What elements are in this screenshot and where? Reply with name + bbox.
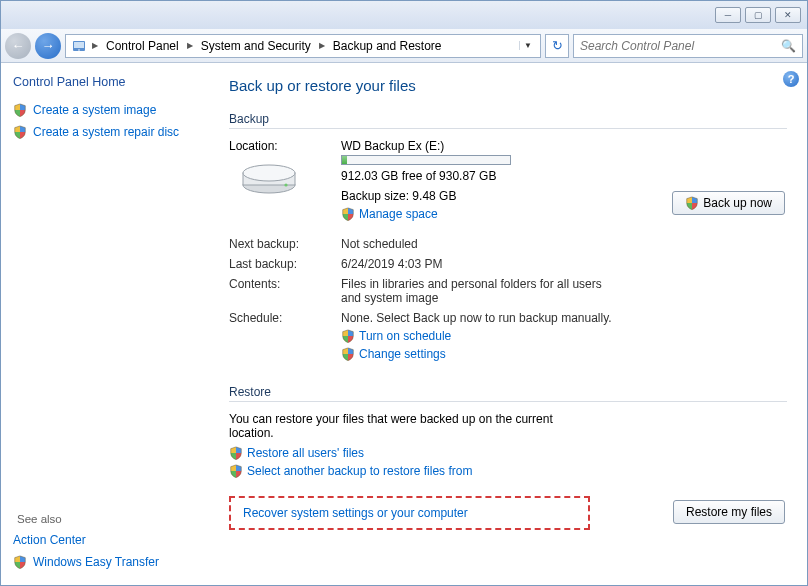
close-button[interactable]: ✕ xyxy=(775,7,801,23)
next-backup-value: Not scheduled xyxy=(341,237,621,251)
control-panel-icon xyxy=(70,37,88,55)
shield-icon xyxy=(341,329,355,343)
shield-icon xyxy=(13,555,27,569)
chevron-right-icon: ▶ xyxy=(185,41,195,50)
easy-transfer-link[interactable]: Windows Easy Transfer xyxy=(13,555,203,569)
backup-now-button[interactable]: Back up now xyxy=(672,191,785,215)
main-panel: ? Back up or restore your files Backup L… xyxy=(211,63,807,585)
restore-my-files-button[interactable]: Restore my files xyxy=(673,500,785,524)
btn-label: Restore my files xyxy=(686,505,772,519)
select-another-backup-link[interactable]: Select another backup to restore files f… xyxy=(247,464,472,478)
shield-icon xyxy=(685,196,699,210)
btn-label: Back up now xyxy=(703,196,772,210)
manage-space-link[interactable]: Manage space xyxy=(359,207,438,221)
backup-section-header: Backup xyxy=(229,112,787,129)
contents-value: Files in libraries and personal folders … xyxy=(341,277,621,305)
help-icon[interactable]: ? xyxy=(783,71,799,87)
seealso-label: Windows Easy Transfer xyxy=(33,555,159,569)
shield-icon xyxy=(13,103,27,117)
location-label: Location: xyxy=(229,139,341,153)
contents-label: Contents: xyxy=(229,277,341,305)
control-panel-home-link[interactable]: Control Panel Home xyxy=(13,75,203,89)
shield-icon xyxy=(229,446,243,460)
shield-icon xyxy=(229,464,243,478)
search-icon: 🔍 xyxy=(781,39,796,53)
shield-icon xyxy=(13,125,27,139)
shield-icon xyxy=(341,347,355,361)
recover-system-link[interactable]: Recover system settings or your computer xyxy=(243,506,468,520)
create-system-image-link[interactable]: Create a system image xyxy=(13,103,203,117)
svg-point-2 xyxy=(78,49,80,51)
refresh-button[interactable]: ↻ xyxy=(545,34,569,58)
path-dropdown[interactable]: ▼ xyxy=(519,41,536,50)
restore-section-header: Restore xyxy=(229,385,787,402)
breadcrumb-seg[interactable]: System and Security xyxy=(197,37,315,55)
svg-point-6 xyxy=(284,183,287,186)
last-backup-value: 6/24/2019 4:03 PM xyxy=(341,257,621,271)
seealso-label: Action Center xyxy=(13,533,86,547)
action-center-link[interactable]: Action Center xyxy=(13,533,203,547)
breadcrumb[interactable]: ▶ Control Panel ▶ System and Security ▶ … xyxy=(65,34,541,58)
sidebar: Control Panel Home Create a system image… xyxy=(1,63,211,585)
svg-point-5 xyxy=(243,165,295,181)
shield-icon xyxy=(341,207,355,221)
task-label: Create a system image xyxy=(33,103,156,117)
task-label: Create a system repair disc xyxy=(33,125,179,139)
titlebar: ─ ▢ ✕ xyxy=(1,1,807,29)
create-repair-disc-link[interactable]: Create a system repair disc xyxy=(13,125,203,139)
restore-all-users-link[interactable]: Restore all users' files xyxy=(247,446,364,460)
minimize-button[interactable]: ─ xyxy=(715,7,741,23)
forward-button[interactable]: → xyxy=(35,33,61,59)
breadcrumb-seg[interactable]: Backup and Restore xyxy=(329,37,446,55)
turn-on-schedule-link[interactable]: Turn on schedule xyxy=(359,329,451,343)
see-also-header: See also xyxy=(17,513,203,525)
location-value: WD Backup Ex (E:) xyxy=(341,139,787,153)
chevron-right-icon: ▶ xyxy=(90,41,100,50)
next-backup-label: Next backup: xyxy=(229,237,341,251)
search-input[interactable] xyxy=(580,39,781,53)
free-space-text: 912.03 GB free of 930.87 GB xyxy=(341,169,787,183)
toolbar: ← → ▶ Control Panel ▶ System and Securit… xyxy=(1,29,807,63)
page-title: Back up or restore your files xyxy=(229,77,787,94)
maximize-button[interactable]: ▢ xyxy=(745,7,771,23)
schedule-value: None. Select Back up now to run backup m… xyxy=(341,311,621,325)
free-space-bar xyxy=(341,155,511,165)
drive-icon xyxy=(239,157,299,197)
breadcrumb-seg[interactable]: Control Panel xyxy=(102,37,183,55)
chevron-right-icon: ▶ xyxy=(317,41,327,50)
restore-description: You can restore your files that were bac… xyxy=(229,412,569,440)
svg-rect-1 xyxy=(74,42,84,48)
search-box[interactable]: 🔍 xyxy=(573,34,803,58)
highlighted-region: Recover system settings or your computer xyxy=(229,496,590,530)
schedule-label: Schedule: xyxy=(229,311,341,365)
change-settings-link[interactable]: Change settings xyxy=(359,347,446,361)
last-backup-label: Last backup: xyxy=(229,257,341,271)
back-button[interactable]: ← xyxy=(5,33,31,59)
